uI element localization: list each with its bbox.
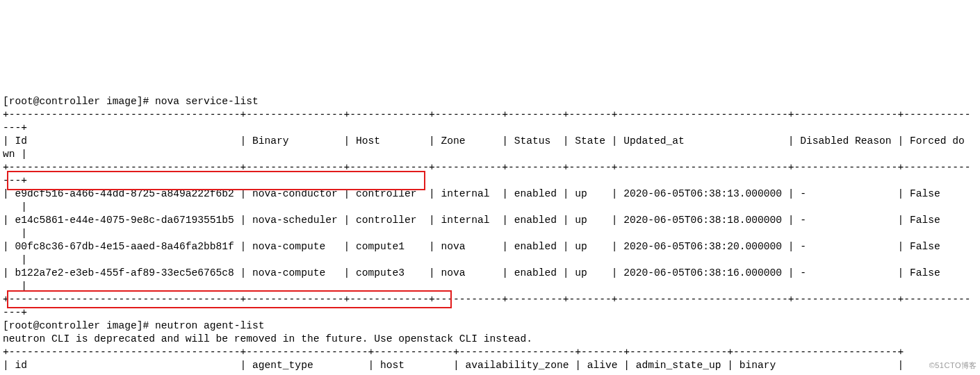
terminal-line: +--------------------------------------+… (3, 108, 977, 122)
terminal-line: [root@controller image]# nova service-li… (3, 95, 977, 108)
terminal-line: | (3, 227, 977, 240)
terminal-line: | Id | Binary | Host | Zone | Status | S… (3, 135, 977, 148)
terminal-line: | (3, 201, 977, 214)
terminal-line: | 00fc8c36-67db-4e15-aaed-8a46fa2bb81f |… (3, 240, 977, 253)
terminal-line: neutron CLI is deprecated and will be re… (3, 333, 977, 346)
terminal-line: ---+ (3, 122, 977, 135)
terminal-line: +--------------------------------------+… (3, 372, 977, 375)
terminal-line: ---+ (3, 306, 977, 319)
terminal-line: wn | (3, 148, 977, 161)
terminal-line: | (3, 280, 977, 293)
terminal-line: | b122a7e2-e3eb-455f-af89-33ec5e6765c8 |… (3, 267, 977, 280)
terminal-line: | e9dcf516-a466-44dd-8725-a849a222f6b2 |… (3, 188, 977, 201)
terminal-output: [root@controller image]# nova service-li… (3, 95, 977, 375)
watermark: ©51CTO博客 (929, 359, 977, 372)
terminal-line: ---+ (3, 174, 977, 188)
terminal-line: | (3, 253, 977, 267)
terminal-line: | id | agent_type | host | availability_… (3, 359, 977, 372)
terminal-line: +--------------------------------------+… (3, 293, 977, 306)
terminal-line: | e14c5861-e44e-4075-9e8c-da67193551b5 |… (3, 214, 977, 227)
terminal-line: +--------------------------------------+… (3, 346, 977, 359)
terminal-line: [root@controller image]# neutron agent-l… (3, 319, 977, 333)
terminal-line: +--------------------------------------+… (3, 161, 977, 174)
